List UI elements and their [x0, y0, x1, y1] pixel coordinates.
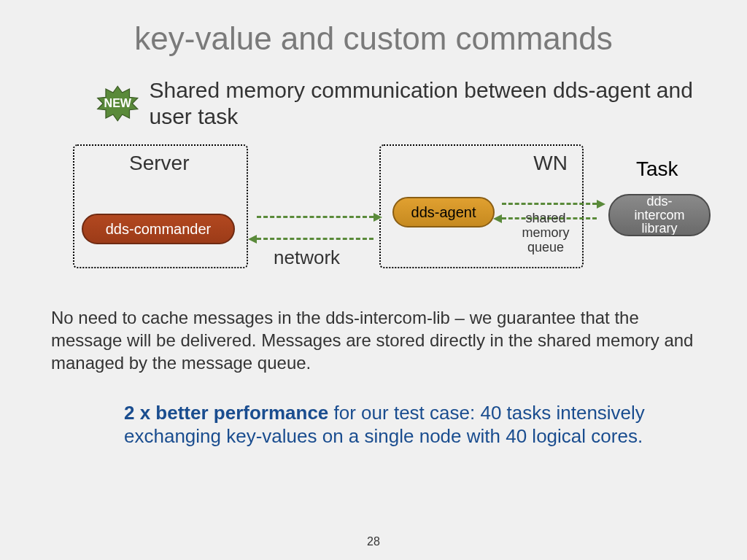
intercom-line1: dds- [646, 195, 672, 209]
architecture-diagram: Server WN Task dds-commander dds-agent d… [44, 144, 703, 290]
smq-line2: memory [522, 225, 569, 240]
dds-agent-node: dds-agent [392, 197, 495, 228]
arrow-commander-agent-left [257, 238, 374, 240]
arrow-commander-agent-right [257, 216, 374, 218]
slide: key-value and custom commands NEW Shared… [0, 0, 747, 560]
server-box: Server [73, 144, 248, 268]
network-label: network [274, 246, 340, 269]
smq-line3: queue [527, 240, 564, 254]
performance-highlight: 2 x better performance for our test case… [124, 401, 645, 448]
highlight-bold: 2 x better performance [124, 402, 328, 424]
smq-line1: shared [525, 211, 565, 225]
task-label: Task [636, 158, 678, 181]
dds-commander-node: dds-commander [82, 214, 235, 244]
subtitle-text: Shared memory communication between dds-… [149, 77, 703, 130]
intercom-line3: library [641, 222, 677, 236]
new-badge: NEW [95, 84, 140, 123]
new-badge-text: NEW [104, 97, 131, 110]
server-label: Server [129, 152, 189, 175]
arrow-head-icon [493, 214, 502, 223]
arrow-head-icon [248, 235, 257, 244]
agent-text: dds-agent [411, 204, 476, 221]
slide-title: key-value and custom commands [44, 20, 703, 57]
commander-text: dds-commander [106, 221, 212, 238]
subtitle-row: NEW Shared memory communication between … [95, 77, 703, 130]
arrow-head-icon [374, 213, 382, 222]
arrow-agent-intercom-right [502, 203, 597, 205]
dds-intercom-node: dds- intercom library [608, 194, 711, 236]
arrow-head-icon [597, 200, 605, 209]
wn-label: WN [533, 152, 568, 175]
intercom-line2: intercom [634, 209, 684, 222]
description-paragraph: No need to cache messages in the dds-int… [51, 306, 696, 375]
page-number: 28 [367, 535, 380, 548]
shared-memory-queue-label: shared memory queue [509, 211, 582, 254]
